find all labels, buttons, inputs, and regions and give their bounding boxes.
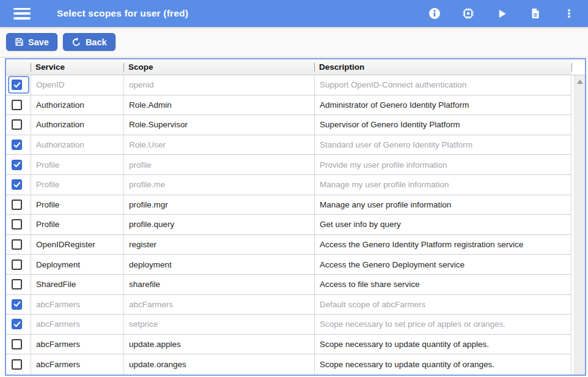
- service-cell: Deployment: [31, 255, 123, 275]
- checkbox-cell: [6, 295, 31, 315]
- row-checkbox[interactable]: [12, 299, 22, 310]
- checkbox-cell: [6, 115, 31, 135]
- kebab-menu-icon[interactable]: [562, 7, 576, 20]
- scope-cell: profile.query: [123, 215, 314, 235]
- scope-cell: openid: [123, 75, 314, 95]
- table-row[interactable]: SharedFile sharefile Access to file shar…: [6, 275, 585, 295]
- table-row[interactable]: Authorization Role.Admin Administrator o…: [6, 95, 585, 116]
- description-cell: Manage any user profile information: [314, 195, 571, 215]
- service-cell: abcFarmers: [31, 295, 123, 315]
- row-checkbox[interactable]: [12, 359, 22, 370]
- row-checkbox[interactable]: [12, 100, 22, 110]
- checkbox-cell: [6, 335, 31, 355]
- checkbox-cell: [6, 215, 31, 235]
- checkmark-icon: [13, 162, 21, 168]
- chip-icon[interactable]: [461, 7, 475, 20]
- row-checkbox[interactable]: [12, 339, 22, 349]
- scope-cell: Role.Admin: [123, 95, 314, 116]
- description-cell: Scope necessary to update quantity of ap…: [314, 335, 571, 355]
- play-icon[interactable]: [495, 7, 509, 20]
- service-cell: abcFarmers: [31, 354, 123, 375]
- service-cell: Profile: [31, 215, 123, 235]
- description-cell: Get user info by query: [314, 215, 571, 235]
- description-cell: Support OpenID-Connect authentication: [314, 75, 571, 95]
- scope-cell: Role.User: [123, 135, 314, 155]
- service-cell: abcFarmers: [31, 315, 123, 335]
- header-checkbox-column: [6, 59, 31, 75]
- header-scrollbar-spacer: [571, 59, 585, 75]
- header-scope[interactable]: Scope: [123, 59, 314, 75]
- description-cell: Standard user of Genero Identity Platfor…: [314, 135, 571, 155]
- table-row[interactable]: Profile profile.query Get user info by q…: [6, 215, 585, 235]
- service-cell: Authorization: [31, 135, 123, 155]
- row-checkbox[interactable]: [12, 259, 22, 270]
- row-checkbox[interactable]: [12, 80, 22, 90]
- row-checkbox[interactable]: [12, 279, 22, 289]
- checkbox-cell: [6, 195, 31, 215]
- scroll-up-arrow-icon[interactable]: [577, 80, 583, 84]
- save-button-label: Save: [28, 37, 49, 47]
- back-button[interactable]: Back: [63, 33, 116, 51]
- description-cell: Access the Genero Deployment service: [314, 255, 571, 275]
- table-row[interactable]: Authorization Role.User Standard user of…: [6, 135, 585, 155]
- description-cell: Supervisor of Genero Identity Platform: [314, 115, 571, 135]
- row-checkbox[interactable]: [12, 200, 22, 210]
- table-row[interactable]: OpenIDRegister register Access the Gener…: [6, 235, 585, 255]
- scope-cell: update.apples: [123, 335, 314, 355]
- service-cell: Authorization: [31, 115, 123, 135]
- service-cell: Authorization: [31, 95, 123, 116]
- table-row[interactable]: abcFarmers update.apples Scope necessary…: [6, 335, 585, 355]
- row-checkbox[interactable]: [12, 179, 22, 190]
- table-row[interactable]: abcFarmers abcFarmers Default scope of a…: [6, 295, 585, 315]
- row-checkbox[interactable]: [12, 319, 22, 329]
- table-row[interactable]: Profile profile.mgr Manage any user prof…: [6, 195, 585, 215]
- table-body: OpenID openid Support OpenID-Connect aut…: [6, 75, 585, 375]
- checkbox-cell: [6, 354, 31, 375]
- table-row[interactable]: Authorization Role.Supervisor Supervisor…: [6, 115, 585, 135]
- table-row[interactable]: OpenID openid Support OpenID-Connect aut…: [6, 75, 585, 95]
- service-cell: Profile: [31, 195, 123, 215]
- topbar-actions: [428, 7, 588, 20]
- table-row[interactable]: abcFarmers setprice Scope necessary to s…: [6, 315, 585, 335]
- page-title: Select scopes for user (fred): [57, 8, 188, 19]
- header-description[interactable]: Description: [314, 59, 571, 75]
- checkbox-cell: [6, 235, 31, 255]
- description-cell: Scope necessary to update quantity of or…: [314, 354, 571, 375]
- row-checkbox[interactable]: [12, 140, 22, 150]
- table-row[interactable]: Profile profile Provide my user profile …: [6, 155, 585, 175]
- row-checkbox[interactable]: [12, 119, 22, 130]
- row-checkbox[interactable]: [12, 239, 22, 250]
- table-header-row: Service Scope Description: [6, 59, 585, 75]
- row-checkbox[interactable]: [12, 160, 22, 170]
- save-floppy-icon: [15, 37, 24, 47]
- scope-cell: setprice: [123, 315, 314, 335]
- description-cell: Access to file share service: [314, 275, 571, 295]
- scope-cell: profile.mgr: [123, 195, 314, 215]
- description-cell: Scope necessary to set price of apples o…: [314, 315, 571, 335]
- checkmark-icon: [13, 321, 21, 327]
- service-cell: OpenIDRegister: [31, 235, 123, 255]
- checkbox-cell: [6, 275, 31, 295]
- description-cell: Manage my user profile information: [314, 175, 571, 195]
- service-cell: Profile: [31, 175, 123, 195]
- checkmark-icon: [13, 301, 21, 307]
- back-undo-icon: [72, 37, 81, 47]
- scope-cell: deployment: [123, 255, 314, 275]
- save-button[interactable]: Save: [6, 33, 57, 51]
- scope-cell: abcFarmers: [123, 295, 314, 315]
- row-checkbox[interactable]: [12, 219, 22, 230]
- service-cell: abcFarmers: [31, 335, 123, 355]
- menu-icon[interactable]: [13, 8, 31, 20]
- info-icon[interactable]: [428, 7, 441, 20]
- document-icon[interactable]: [529, 7, 542, 20]
- service-cell: Profile: [31, 155, 123, 175]
- checkbox-cell: [6, 155, 31, 175]
- header-service[interactable]: Service: [31, 59, 123, 75]
- table-row[interactable]: Deployment deployment Access the Genero …: [6, 255, 585, 275]
- checkmark-icon: [13, 182, 21, 188]
- description-cell: Access the Genero Identity Platform regi…: [314, 235, 571, 255]
- scope-cell: sharefile: [123, 275, 314, 295]
- vertical-scrollbar[interactable]: [574, 75, 585, 375]
- table-row[interactable]: Profile profile.me Manage my user profil…: [6, 175, 585, 195]
- table-row[interactable]: abcFarmers update.oranges Scope necessar…: [6, 354, 585, 375]
